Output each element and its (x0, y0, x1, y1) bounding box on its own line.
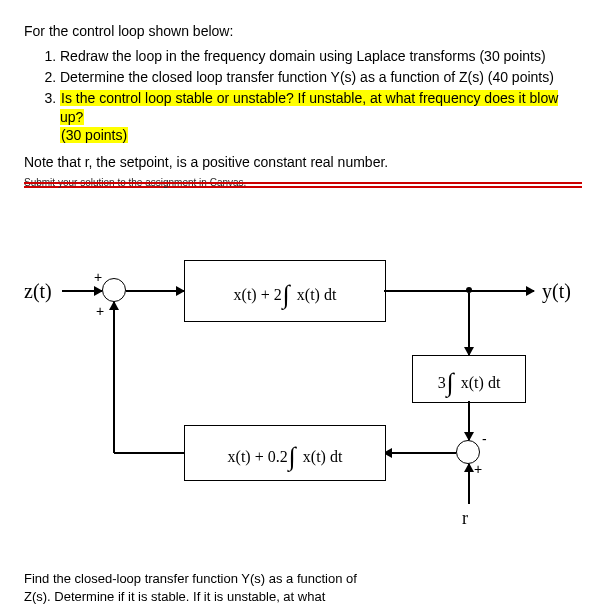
arrow-output (384, 290, 534, 292)
arrow-sum2-outer (384, 452, 456, 454)
question-1: Redraw the loop in the frequency domain … (60, 47, 582, 66)
intro-text: For the control loop shown below: (24, 22, 582, 41)
sum2-plus: + (474, 460, 482, 479)
question-list: Redraw the loop in the frequency domain … (24, 47, 582, 145)
sum1-plus-top: + (94, 268, 102, 287)
outer-feedback-block: x(t) + 0.2 x(t) dt (184, 425, 386, 481)
input-label: z(t) (24, 278, 52, 305)
question-3: Is the control loop stable or unstable? … (60, 89, 582, 146)
arrow-sum1-block1 (126, 290, 184, 292)
forward-block: x(t) + 2 x(t) dt (184, 260, 386, 322)
sum2-minus: - (482, 430, 487, 449)
arrow-input (62, 290, 102, 292)
question-2: Determine the closed loop transfer funct… (60, 68, 582, 87)
arrow-inner-down (468, 401, 470, 440)
arrow-pickoff-down (468, 293, 470, 355)
setpoint-label: r (462, 506, 468, 530)
note-text: Note that r, the setpoint, is a positive… (24, 153, 582, 172)
struck-visible: Submit your solution to the assignment i… (24, 176, 582, 190)
output-label: y(t) (542, 278, 571, 305)
sub-instruction: Find the closed-loop transfer function Y… (24, 570, 374, 609)
arrow-r-up (468, 464, 470, 504)
line-outer-left (114, 452, 184, 454)
question-3-line2: (30 points) (60, 127, 128, 143)
inner-feedback-block: 3 x(t) dt (412, 355, 526, 403)
arrow-outer-up (113, 302, 115, 453)
control-loop-diagram: z(t) + + x(t) + 2 x(t) dt y(t) 3 x(t) dt… (24, 250, 584, 550)
question-3-line1: Is the control loop stable or unstable? … (60, 90, 558, 125)
summing-junction-1 (102, 278, 126, 302)
sum1-plus-bottom: + (96, 302, 104, 321)
